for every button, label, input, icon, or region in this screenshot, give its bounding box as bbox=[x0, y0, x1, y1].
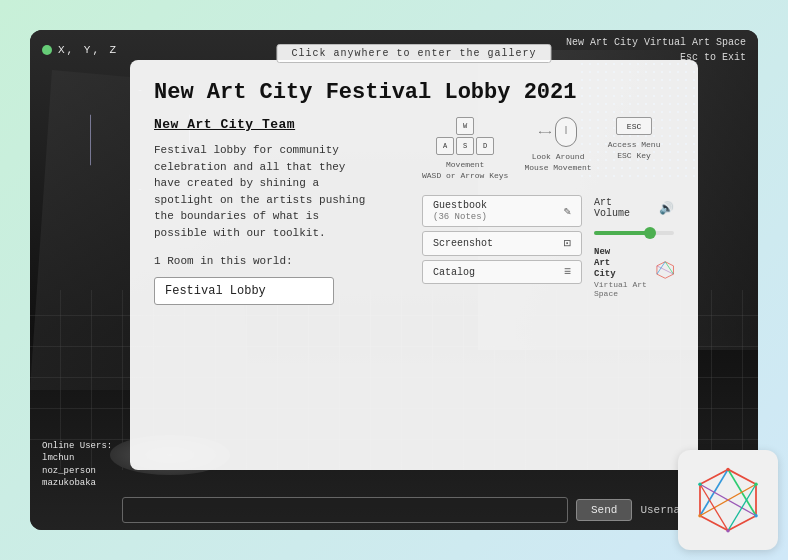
wasd-keys: W A S D bbox=[436, 117, 494, 155]
guestbook-button[interactable]: Guestbook (36 Notes) ✎ bbox=[422, 195, 582, 227]
modal-title: New Art City Festival Lobby 2021 bbox=[154, 80, 674, 105]
svg-point-14 bbox=[726, 529, 730, 533]
modal-left: New Art City Team Festival lobby for com… bbox=[154, 117, 402, 454]
xyz-logo-area: X, Y, Z bbox=[42, 44, 118, 56]
nac-line2: Art bbox=[594, 258, 610, 268]
svg-point-11 bbox=[726, 468, 730, 472]
user-2: noz_person bbox=[42, 465, 112, 478]
modal-body: New Art City Team Festival lobby for com… bbox=[154, 117, 674, 454]
catalog-button[interactable]: Catalog ≡ bbox=[422, 260, 582, 284]
key-w: W bbox=[456, 117, 474, 135]
list-icon: ≡ bbox=[564, 265, 571, 279]
mouse-icon bbox=[555, 117, 577, 147]
screenshot-button[interactable]: Screenshot ⊡ bbox=[422, 231, 582, 256]
nac-sub: Virtual Art Space bbox=[594, 280, 648, 298]
key-d: D bbox=[476, 137, 494, 155]
description-text: Festival lobby for community celebration… bbox=[154, 142, 374, 241]
guestbook-notes: (36 Notes) bbox=[433, 212, 487, 222]
guestbook-text: Guestbook bbox=[433, 200, 487, 211]
look-label: Look AroundMouse Movement bbox=[524, 151, 591, 173]
user-3: mazukobaka bbox=[42, 477, 112, 490]
volume-handle[interactable] bbox=[644, 227, 656, 239]
speaker-icon: 🔊 bbox=[659, 201, 674, 216]
svg-point-15 bbox=[698, 514, 702, 518]
movement-control: W A S D MovementWASD or Arrow Keys bbox=[422, 117, 508, 181]
xyz-dot bbox=[42, 45, 52, 55]
nac-watermark-svg bbox=[693, 465, 763, 535]
svg-point-13 bbox=[754, 514, 758, 518]
access-label: Access MenuESC Key bbox=[608, 139, 661, 161]
key-s: S bbox=[456, 137, 474, 155]
nac-line1: New bbox=[594, 247, 610, 257]
svg-point-16 bbox=[698, 483, 702, 487]
action-buttons: Guestbook (36 Notes) ✎ Screenshot ⊡ Cata… bbox=[422, 195, 582, 297]
catalog-label: Catalog bbox=[433, 267, 475, 278]
volume-slider[interactable] bbox=[594, 231, 674, 235]
nac-line3: City bbox=[594, 269, 616, 279]
online-users-panel: Online Users: lmchun noz_person mazukoba… bbox=[42, 440, 112, 490]
nac-logo-text: New Art City bbox=[594, 247, 616, 279]
xyz-label: X, Y, Z bbox=[58, 44, 118, 56]
art-volume-row: Art Volume 🔊 bbox=[594, 197, 674, 219]
guestbook-label: Guestbook (36 Notes) bbox=[433, 200, 487, 222]
game-viewport: X, Y, Z New Art City Virtual Art Space E… bbox=[30, 30, 758, 530]
nac-watermark-logo bbox=[678, 450, 778, 550]
mouse-icon-group: ←→ bbox=[539, 117, 577, 147]
nac-logo-row: New Art City Virtual Art Space bbox=[594, 241, 674, 297]
lobby-modal: Click anywhere to enter the gallery New … bbox=[130, 60, 698, 470]
room-input[interactable] bbox=[154, 277, 334, 305]
modal-right: W A S D MovementWASD or Arrow Keys bbox=[422, 117, 674, 454]
volume-label: Art Volume bbox=[594, 197, 651, 219]
screenshot-label: Screenshot bbox=[433, 238, 493, 249]
controls-row: W A S D MovementWASD or Arrow Keys bbox=[422, 117, 674, 181]
virtual-art-space-label: New Art City Virtual Art Space bbox=[566, 35, 746, 50]
access-menu-control: ESC Access MenuESC Key bbox=[608, 117, 661, 161]
bottom-bar: Send Username: lmchun bbox=[30, 490, 758, 530]
look-control: ←→ Look AroundMouse Movement bbox=[524, 117, 591, 173]
camera-icon: ⊡ bbox=[564, 236, 571, 251]
svg-point-12 bbox=[754, 483, 758, 487]
chat-input[interactable] bbox=[122, 497, 568, 523]
arrow-icon: ←→ bbox=[539, 127, 551, 138]
movement-label: MovementWASD or Arrow Keys bbox=[422, 159, 508, 181]
enter-gallery-button[interactable]: Click anywhere to enter the gallery bbox=[276, 44, 551, 63]
nac-logo-area: New Art City Virtual Art Space bbox=[594, 247, 648, 297]
online-users-label: Online Users: bbox=[42, 440, 112, 453]
right-panel: Guestbook (36 Notes) ✎ Screenshot ⊡ Cata… bbox=[422, 195, 674, 297]
user-1: lmchun bbox=[42, 452, 112, 465]
nac-small-icon bbox=[656, 256, 674, 284]
edit-icon: ✎ bbox=[564, 204, 571, 219]
volume-section: Art Volume 🔊 New Art bbox=[594, 195, 674, 297]
send-button[interactable]: Send bbox=[576, 499, 632, 521]
key-a: A bbox=[436, 137, 454, 155]
esc-key: ESC bbox=[616, 117, 652, 135]
rooms-label: 1 Room in this world: bbox=[154, 255, 402, 267]
team-link[interactable]: New Art City Team bbox=[154, 117, 402, 132]
